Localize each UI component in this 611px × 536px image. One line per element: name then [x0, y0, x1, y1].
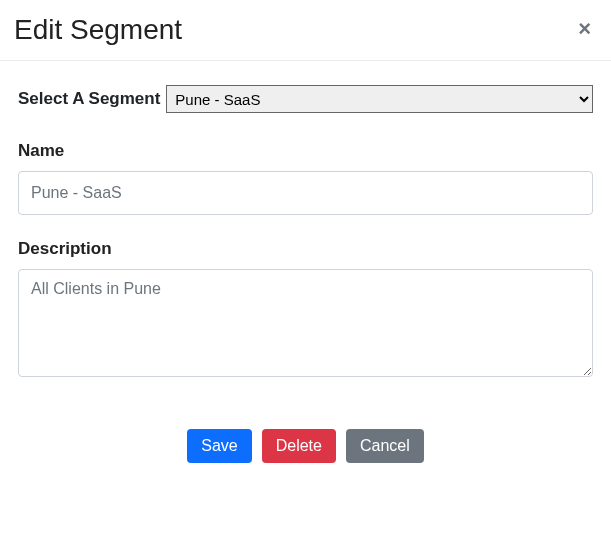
save-button[interactable]: Save [187, 429, 251, 463]
modal-footer: Save Delete Cancel [0, 389, 611, 475]
modal-body: Select A Segment Pune - SaaS Name Descri… [0, 61, 611, 389]
select-segment-label: Select A Segment [18, 89, 160, 109]
cancel-button[interactable]: Cancel [346, 429, 424, 463]
close-icon[interactable]: × [574, 14, 595, 44]
segment-select[interactable]: Pune - SaaS [166, 85, 593, 113]
modal-header: Edit Segment × [0, 0, 611, 61]
description-input[interactable]: All Clients in Pune [18, 269, 593, 377]
name-input[interactable] [18, 171, 593, 215]
delete-button[interactable]: Delete [262, 429, 336, 463]
name-label: Name [18, 141, 593, 161]
modal-title: Edit Segment [14, 14, 182, 46]
description-label: Description [18, 239, 593, 259]
segment-select-row: Select A Segment Pune - SaaS [18, 85, 593, 113]
